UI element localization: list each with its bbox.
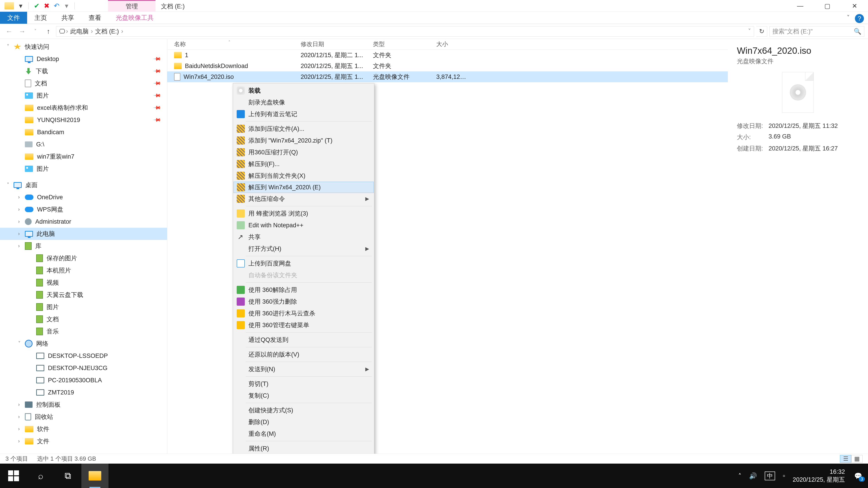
context-menu-item[interactable]: 其他压缩命令▶ [234, 193, 374, 205]
context-menu-item[interactable]: 添加到 "Win7x64_2020.zip" (T) [234, 135, 374, 147]
nav-forward-button[interactable]: → [17, 26, 28, 37]
nav-library-item[interactable]: 图片 [0, 301, 167, 313]
nav-extra-item[interactable]: ›控制面板 [0, 398, 167, 411]
nav-desktop-item[interactable]: ›Administrator [0, 216, 167, 228]
nav-library-item[interactable]: 保存的图片 [0, 252, 167, 264]
nav-library-item[interactable]: 视频 [0, 276, 167, 289]
breadcrumb[interactable]: 🖵 › 此电脑 › 文档 (E:) › ˅ [56, 26, 754, 37]
file-row[interactable]: BaiduNetdiskDownload2020/12/25, 星期五 1...… [167, 61, 728, 71]
nav-network[interactable]: ˅网络 [0, 337, 167, 350]
nav-quick-item[interactable]: 下载📌 [0, 65, 167, 77]
context-menu-item[interactable]: 解压到 Win7x64_2020\ (E) [234, 182, 374, 193]
nav-back-button[interactable]: ← [4, 26, 14, 37]
nav-network-item[interactable]: PC-20190530OBLA [0, 374, 167, 386]
search-input[interactable]: 搜索"文档 (E:)" 🔍 [770, 26, 864, 37]
view-icons-button[interactable]: ▦ [851, 455, 863, 463]
context-menu-item[interactable]: 使用 360进行木马云查杀 [234, 307, 374, 319]
context-menu-item[interactable]: 上传到有道云笔记 [234, 108, 374, 120]
column-size[interactable]: 大小 [436, 40, 472, 48]
nav-library-item[interactable]: 天翼云盘下载 [0, 289, 167, 301]
nav-quick-item[interactable]: 图片 [0, 163, 167, 175]
context-menu-item[interactable]: 发送到(N)▶ [234, 363, 374, 375]
notification-center-button[interactable]: 💬3 [852, 470, 864, 481]
context-menu-item[interactable]: 属性(R) [234, 443, 374, 454]
context-menu-item[interactable]: 使用 360管理右键菜单 [234, 319, 374, 331]
qat-dropdown-icon[interactable]: ▾ [17, 2, 24, 9]
context-menu-item[interactable]: Edit with Notepad++ [234, 219, 374, 231]
context-menu-item[interactable]: 上传到百度网盘 [234, 258, 374, 269]
nav-quick-item[interactable]: 图片📌 [0, 90, 167, 102]
ribbon-tab-file[interactable]: 文件 [0, 12, 27, 24]
column-headers[interactable]: 名称˄ 修改日期 类型 大小 [167, 39, 728, 50]
nav-desktop-item[interactable]: ›库 [0, 240, 167, 252]
context-menu-item[interactable]: 创建快捷方式(S) [234, 404, 374, 416]
nav-quick-item[interactable]: win7重装win7 [0, 151, 167, 163]
context-menu-item[interactable]: 刻录光盘映像 [234, 96, 374, 108]
nav-library-item[interactable]: 文档 [0, 313, 167, 325]
qat-undo-icon[interactable]: ↶ [53, 2, 60, 9]
context-menu-item[interactable]: 剪切(T) [234, 378, 374, 390]
nav-extra-item[interactable]: ›软件 [0, 423, 167, 435]
file-row[interactable]: 12020/12/15, 星期二 1...文件夹 [167, 50, 728, 61]
tray-overflow-button[interactable]: ˄ [738, 472, 741, 480]
qat-delete-icon[interactable]: ✖ [43, 2, 50, 9]
task-view-button[interactable]: ⧉ [54, 464, 81, 488]
nav-recent-button[interactable]: ˅ [30, 26, 41, 37]
refresh-button[interactable]: ↻ [756, 26, 767, 37]
nav-quick-item[interactable]: 文档📌 [0, 77, 167, 90]
context-menu-item[interactable]: 用360压缩打开(Q) [234, 147, 374, 158]
column-date[interactable]: 修改日期 [301, 40, 373, 48]
context-menu-item[interactable]: 共享 [234, 231, 374, 243]
nav-extra-item[interactable]: ›文件 [0, 435, 167, 447]
nav-quick-item[interactable]: G:\ [0, 138, 167, 151]
nav-network-item[interactable]: ZMT2019 [0, 386, 167, 398]
context-menu-item[interactable]: 装载 [234, 85, 374, 96]
nav-desktop-item[interactable]: ›WPS网盘 [0, 203, 167, 216]
nav-extra-item[interactable]: ›回收站 [0, 411, 167, 423]
ime-indicator[interactable]: 中 [765, 471, 775, 480]
nav-up-button[interactable]: ↑ [43, 26, 54, 37]
context-menu-item[interactable]: 解压到(F)... [234, 158, 374, 170]
file-row[interactable]: Win7x64_2020.iso2020/12/25, 星期五 1...光盘映像… [167, 71, 728, 82]
context-menu-item[interactable]: 重命名(M) [234, 428, 374, 440]
nav-desktop-item[interactable]: ›此电脑 [0, 228, 167, 240]
ribbon-tab-share[interactable]: 共享 [54, 12, 81, 24]
column-name[interactable]: 名称˄ [167, 40, 301, 48]
context-menu-item[interactable]: 添加到压缩文件(A)... [234, 123, 374, 135]
context-menu-item[interactable]: 复制(C) [234, 390, 374, 401]
nav-library-item[interactable]: 音乐 [0, 325, 167, 337]
help-button[interactable]: ? [855, 14, 864, 23]
ime-mode-icon[interactable]: ▫ [783, 472, 785, 480]
taskbar-explorer-button[interactable] [81, 464, 108, 488]
nav-library-item[interactable]: 本机照片 [0, 264, 167, 276]
ribbon-tab-home[interactable]: 主页 [27, 12, 54, 24]
nav-quick-access[interactable]: ˅快速访问 [0, 41, 167, 53]
maximize-button[interactable]: ▢ [814, 0, 841, 12]
qat-more-icon[interactable]: ▾ [63, 2, 70, 9]
taskbar-search-button[interactable]: ⌕ [27, 464, 54, 488]
context-menu-item[interactable]: 使用 360解除占用 [234, 284, 374, 296]
view-details-button[interactable]: ☰ [840, 455, 851, 463]
ribbon-tab-view[interactable]: 查看 [81, 12, 108, 24]
navigation-pane[interactable]: ˅快速访问 Desktop📌下载📌文档📌图片📌excel表格制作求和📌YUNQI… [0, 39, 167, 462]
close-button[interactable]: ✕ [841, 0, 868, 12]
breadcrumb-item[interactable]: 文档 (E:) [94, 27, 120, 35]
nav-quick-item[interactable]: YUNQISHI2019📌 [0, 114, 167, 126]
app-icon[interactable] [4, 2, 14, 9]
breadcrumb-dropdown-icon[interactable]: ˅ [748, 28, 751, 35]
nav-quick-item[interactable]: Desktop📌 [0, 53, 167, 65]
qat-properties-icon[interactable]: ✔ [33, 2, 40, 9]
context-menu-item[interactable]: 解压到当前文件夹(X) [234, 170, 374, 182]
context-menu-item[interactable]: 通过QQ发送到 [234, 334, 374, 346]
ribbon-tab-disc-tools[interactable]: 光盘映像工具 [108, 12, 161, 24]
nav-network-item[interactable]: DESKTOP-LSSOEDP [0, 350, 167, 362]
nav-desktop-item[interactable]: ›OneDrive [0, 191, 167, 203]
column-type[interactable]: 类型 [373, 40, 436, 48]
context-menu-item[interactable]: 还原以前的版本(V) [234, 349, 374, 360]
context-menu-item[interactable]: 打开方式(H)▶ [234, 243, 374, 255]
nav-quick-item[interactable]: excel表格制作求和📌 [0, 102, 167, 114]
nav-quick-item[interactable]: Bandicam [0, 126, 167, 138]
context-menu-item[interactable]: 用 蜂蜜浏览器 浏览(3) [234, 207, 374, 219]
nav-desktop[interactable]: ˅桌面 [0, 179, 167, 191]
minimize-button[interactable]: — [786, 0, 814, 12]
